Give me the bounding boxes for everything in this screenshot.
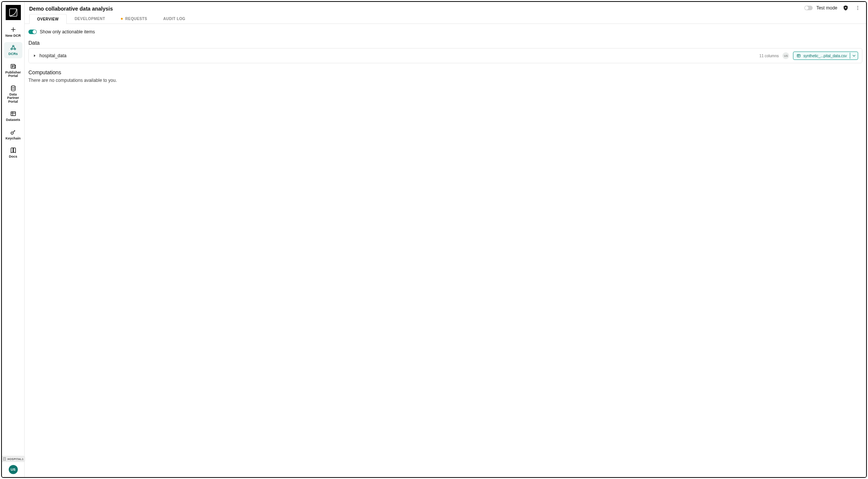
- avatar-initials: US: [11, 468, 16, 471]
- tab-label: AUDIT LOG: [163, 17, 186, 21]
- content: Show only actionable items Data hospital…: [25, 24, 866, 477]
- indicator-dot: [121, 18, 123, 20]
- actionable-toggle[interactable]: [28, 30, 37, 34]
- page-title: Demo collaborative data analysis: [29, 4, 113, 12]
- svg-rect-6: [11, 112, 16, 116]
- svg-point-1: [13, 45, 14, 47]
- svg-rect-8: [3, 457, 6, 460]
- tab-development[interactable]: DEVELOPMENT: [67, 14, 113, 23]
- actionable-toggle-row: Show only actionable items: [28, 29, 862, 34]
- svg-point-7: [11, 132, 13, 134]
- org-selector[interactable]: HOSPITAL1: [1, 456, 25, 462]
- expand-button[interactable]: [33, 53, 37, 58]
- svg-point-5: [11, 86, 15, 88]
- sidebar-item-label: Docs: [9, 155, 17, 158]
- more-menu-button[interactable]: [854, 3, 862, 13]
- main-area: Demo collaborative data analysis Test mo…: [25, 2, 866, 477]
- more-vertical-icon: [855, 5, 860, 11]
- tab-label: DEVELOPMENT: [75, 17, 105, 21]
- sidebar-item-new-dcr[interactable]: New DCR: [4, 24, 22, 40]
- chevron-right-icon: [33, 54, 36, 57]
- header: Demo collaborative data analysis Test mo…: [25, 2, 866, 24]
- svg-rect-13: [797, 55, 800, 57]
- file-chip-button[interactable]: synthetic_...pital_data.csv: [793, 52, 850, 59]
- svg-point-10: [857, 6, 858, 6]
- book-icon: [10, 147, 17, 154]
- svg-point-11: [857, 7, 858, 8]
- owner-avatar[interactable]: US: [782, 52, 789, 59]
- columns-count: 11 columns: [759, 54, 779, 58]
- actionable-toggle-label: Show only actionable items: [40, 29, 95, 34]
- database-icon: [10, 85, 17, 92]
- tab-requests[interactable]: REQUESTS: [113, 14, 155, 23]
- sidebar-item-label: Publisher Portal: [5, 71, 22, 78]
- workspace-icon: [10, 44, 17, 51]
- sidebar-item-label: New DCR: [5, 34, 21, 38]
- sidebar-item-label: Keychain: [5, 137, 20, 140]
- sidebar-item-docs[interactable]: Docs: [4, 145, 22, 161]
- file-chip-label: synthetic_...pital_data.csv: [803, 54, 847, 58]
- svg-point-9: [845, 7, 846, 8]
- computations-heading: Computations: [28, 69, 862, 75]
- file-chip: synthetic_...pital_data.csv: [793, 52, 858, 60]
- sidebar-item-dcrs[interactable]: DCRs: [4, 42, 22, 58]
- chevron-down-icon: [852, 54, 855, 57]
- tabs: OVERVIEW DEVELOPMENT REQUESTS AUDIT LOG: [29, 14, 862, 23]
- table-icon: [10, 110, 17, 117]
- sidebar-item-data-partner-portal[interactable]: Data Partner Portal: [4, 83, 22, 106]
- building-icon: [3, 457, 6, 461]
- sidebar-item-publisher-portal[interactable]: Publisher Portal: [4, 61, 22, 80]
- sidebar-item-datasets[interactable]: Datasets: [4, 108, 22, 124]
- key-icon: [10, 129, 17, 136]
- table-icon: [796, 53, 801, 58]
- shield-icon: [843, 5, 849, 11]
- tab-label: REQUESTS: [125, 17, 147, 21]
- svg-point-12: [857, 9, 858, 10]
- sidebar-item-keychain[interactable]: Keychain: [4, 127, 22, 142]
- user-avatar[interactable]: US: [9, 465, 18, 474]
- svg-rect-0: [9, 9, 17, 16]
- data-row: hospital_data 11 columns US synthetic_..…: [28, 48, 862, 63]
- sidebar-item-label: Datasets: [6, 118, 20, 122]
- sidebar: New DCR DCRs Publisher Portal Data Partn…: [2, 2, 25, 477]
- sidebar-item-label: Data Partner Portal: [5, 93, 22, 103]
- tab-label: OVERVIEW: [37, 17, 59, 21]
- data-heading: Data: [28, 40, 862, 46]
- tab-overview[interactable]: OVERVIEW: [29, 14, 67, 24]
- test-mode-toggle[interactable]: [804, 6, 813, 10]
- plus-icon: [10, 26, 17, 33]
- data-row-name: hospital_data: [39, 53, 66, 58]
- test-mode-label: Test mode: [816, 5, 837, 11]
- file-chip-dropdown[interactable]: [850, 53, 858, 59]
- org-label: HOSPITAL1: [8, 458, 23, 460]
- security-button[interactable]: [841, 3, 850, 13]
- app-logo[interactable]: [6, 5, 21, 20]
- computations-empty-text: There are no computations available to y…: [28, 78, 862, 83]
- tab-audit-log[interactable]: AUDIT LOG: [155, 14, 194, 23]
- newspaper-icon: [10, 63, 17, 70]
- sidebar-item-label: DCRs: [8, 52, 18, 56]
- owner-initials: US: [784, 55, 788, 57]
